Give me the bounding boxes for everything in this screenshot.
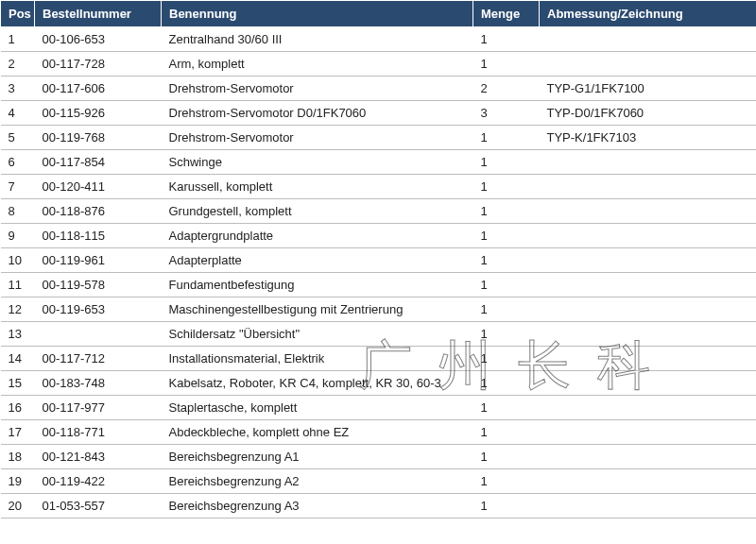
- table-row: 500-119-768Drehstrom-Servomotor1TYP-K/1F…: [1, 126, 757, 150]
- header-name: Benennung: [162, 1, 473, 27]
- cell-dim: [540, 52, 757, 76]
- cell-dim: [540, 248, 757, 273]
- cell-order: 00-117-977: [35, 396, 162, 420]
- cell-pos: 6: [1, 150, 35, 175]
- header-qty: Menge: [473, 1, 540, 27]
- cell-dim: [540, 445, 757, 469]
- parts-table: Pos Bestellnummer Benennung Menge Abmess…: [0, 0, 756, 518]
- cell-pos: 3: [1, 76, 35, 101]
- cell-qty: 1: [473, 371, 540, 396]
- cell-qty: 1: [473, 347, 540, 371]
- cell-pos: 12: [1, 298, 35, 322]
- cell-pos: 2: [1, 52, 35, 76]
- cell-qty: 2: [473, 76, 540, 101]
- table-row: 1900-119-422Bereichsbegrenzung A21: [1, 469, 757, 494]
- cell-order: 00-118-876: [35, 199, 162, 224]
- cell-dim: [540, 175, 757, 199]
- cell-name: Bereichsbegrenzung A3: [162, 494, 473, 518]
- cell-qty: 1: [473, 27, 540, 52]
- cell-order: [35, 322, 162, 347]
- table-row: 1500-183-748Kabelsatz, Roboter, KR C4, k…: [1, 371, 757, 396]
- table-row: 400-115-926Drehstrom-Servomotor D0/1FK70…: [1, 101, 757, 126]
- cell-qty: 1: [473, 150, 540, 175]
- cell-dim: TYP-G1/1FK7100: [540, 76, 757, 101]
- table-row: 13Schildersatz "Übersicht"1: [1, 322, 757, 347]
- cell-name: Adaptergrundplatte: [162, 224, 473, 248]
- cell-pos: 8: [1, 199, 35, 224]
- cell-order: 00-117-854: [35, 150, 162, 175]
- table-row: 300-117-606Drehstrom-Servomotor2TYP-G1/1…: [1, 76, 757, 101]
- cell-qty: 1: [473, 396, 540, 420]
- cell-dim: [540, 371, 757, 396]
- cell-pos: 4: [1, 101, 35, 126]
- table-row: 1200-119-653Maschinengestellbestigung mi…: [1, 298, 757, 322]
- cell-order: 00-106-653: [35, 27, 162, 52]
- cell-dim: [540, 322, 757, 347]
- cell-name: Grundgestell, komplett: [162, 199, 473, 224]
- cell-order: 00-117-728: [35, 52, 162, 76]
- table-row: 700-120-411Karussell, komplett1: [1, 175, 757, 199]
- cell-dim: [540, 347, 757, 371]
- header-pos: Pos: [1, 1, 35, 27]
- cell-order: 00-119-653: [35, 298, 162, 322]
- table-row: 1400-117-712Installationsmaterial, Elekt…: [1, 347, 757, 371]
- cell-qty: 1: [473, 445, 540, 469]
- cell-qty: 1: [473, 224, 540, 248]
- cell-order: 00-121-843: [35, 445, 162, 469]
- cell-qty: 1: [473, 494, 540, 518]
- cell-name: Abdeckbleche, komplett ohne EZ: [162, 420, 473, 445]
- cell-order: 00-119-422: [35, 469, 162, 494]
- cell-pos: 14: [1, 347, 35, 371]
- cell-pos: 11: [1, 273, 35, 298]
- cell-qty: 1: [473, 52, 540, 76]
- cell-pos: 10: [1, 248, 35, 273]
- table-row: 1800-121-843Bereichsbegrenzung A11: [1, 445, 757, 469]
- cell-order: 00-115-926: [35, 101, 162, 126]
- cell-dim: [540, 224, 757, 248]
- cell-pos: 17: [1, 420, 35, 445]
- cell-name: Karussell, komplett: [162, 175, 473, 199]
- cell-dim: [540, 273, 757, 298]
- cell-order: 00-119-768: [35, 126, 162, 150]
- cell-pos: 20: [1, 494, 35, 518]
- table-row: 1100-119-578Fundamentbefestigung1: [1, 273, 757, 298]
- cell-order: 00-118-115: [35, 224, 162, 248]
- cell-pos: 5: [1, 126, 35, 150]
- header-order: Bestellnummer: [35, 1, 162, 27]
- table-row: 100-106-653Zentralhand 30/60 III1: [1, 27, 757, 52]
- cell-dim: [540, 494, 757, 518]
- table-row: 1700-118-771Abdeckbleche, komplett ohne …: [1, 420, 757, 445]
- cell-name: Installationsmaterial, Elektrik: [162, 347, 473, 371]
- cell-dim: [540, 298, 757, 322]
- cell-order: 01-053-557: [35, 494, 162, 518]
- cell-dim: [540, 27, 757, 52]
- cell-qty: 3: [473, 101, 540, 126]
- cell-qty: 1: [473, 126, 540, 150]
- cell-name: Kabelsatz, Roboter, KR C4, komplett, KR …: [162, 371, 473, 396]
- cell-order: 00-117-712: [35, 347, 162, 371]
- cell-pos: 13: [1, 322, 35, 347]
- table-row: 2001-053-557Bereichsbegrenzung A31: [1, 494, 757, 518]
- table-row: 800-118-876Grundgestell, komplett1: [1, 199, 757, 224]
- cell-pos: 18: [1, 445, 35, 469]
- cell-dim: TYP-K/1FK7103: [540, 126, 757, 150]
- cell-dim: TYP-D0/1FK7060: [540, 101, 757, 126]
- header-dim: Abmessung/Zeichnung: [540, 1, 757, 27]
- cell-name: Bereichsbegrenzung A1: [162, 445, 473, 469]
- cell-name: Maschinengestellbestigung mit Zentrierun…: [162, 298, 473, 322]
- cell-name: Staplertasche, komplett: [162, 396, 473, 420]
- cell-name: Schildersatz "Übersicht": [162, 322, 473, 347]
- cell-name: Fundamentbefestigung: [162, 273, 473, 298]
- table-row: 200-117-728Arm, komplett1: [1, 52, 757, 76]
- cell-name: Adapterplatte: [162, 248, 473, 273]
- cell-pos: 16: [1, 396, 35, 420]
- cell-qty: 1: [473, 420, 540, 445]
- cell-pos: 15: [1, 371, 35, 396]
- cell-qty: 1: [473, 248, 540, 273]
- cell-qty: 1: [473, 273, 540, 298]
- cell-name: Bereichsbegrenzung A2: [162, 469, 473, 494]
- cell-order: 00-118-771: [35, 420, 162, 445]
- cell-order: 00-117-606: [35, 76, 162, 101]
- cell-pos: 9: [1, 224, 35, 248]
- cell-dim: [540, 396, 757, 420]
